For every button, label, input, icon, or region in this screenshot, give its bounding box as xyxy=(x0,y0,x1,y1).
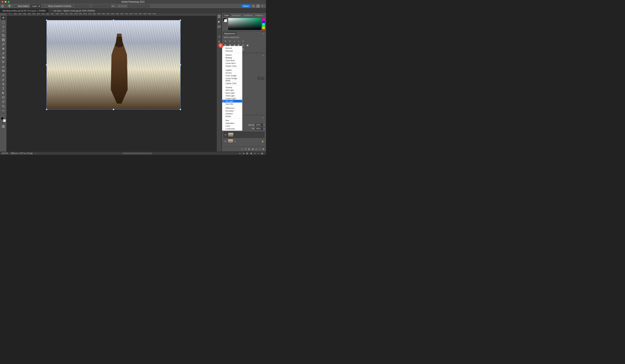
align-stack-icon[interactable] xyxy=(86,5,89,8)
more-options-icon[interactable]: ••• xyxy=(112,5,114,7)
swap-default-colors[interactable] xyxy=(1,114,5,116)
blend-mode-linear-burn[interactable]: Linear Burn xyxy=(222,62,242,64)
brightness-contrast-icon[interactable]: ☀ xyxy=(224,39,227,43)
blend-mode-subtract[interactable]: Subtract xyxy=(222,112,242,115)
pan-3d-icon[interactable] xyxy=(135,5,138,8)
zoom-3d-icon[interactable] xyxy=(143,5,146,8)
lock-icon[interactable]: 🔒 xyxy=(262,140,264,142)
layer-thumbnail[interactable] xyxy=(228,133,233,137)
visibility-icon[interactable]: 👁 xyxy=(224,140,227,142)
vibrance-icon[interactable]: ▽ xyxy=(241,39,245,43)
history-brush-tool[interactable] xyxy=(1,60,6,64)
blend-mode-darker-color[interactable]: Darker Color xyxy=(222,64,242,67)
fill-input[interactable] xyxy=(255,127,263,130)
blend-mode-dissolve[interactable]: Dissolve xyxy=(222,49,242,52)
blur-tool[interactable] xyxy=(1,73,6,77)
transform-handle-tc[interactable] xyxy=(113,20,114,21)
workspace-switcher-icon[interactable] xyxy=(256,5,259,8)
new-fill-adj-icon[interactable]: ◑ xyxy=(251,148,254,150)
clone-stamp-tool[interactable] xyxy=(1,56,6,59)
new-layer-icon[interactable]: ＋ xyxy=(258,148,261,150)
close-window-icon[interactable] xyxy=(1,1,3,3)
blend-mode-pin-light[interactable]: Pin Light xyxy=(222,100,242,103)
panel-menu-icon[interactable]: ≡ xyxy=(262,32,265,35)
lasso-tool[interactable] xyxy=(1,25,6,28)
blend-mode-dropdown[interactable]: NormalDissolveDarkenMultiplyColor BurnLi… xyxy=(222,46,242,131)
blend-mode-saturation[interactable]: Saturation xyxy=(222,122,242,124)
blend-mode-divide[interactable]: Divide xyxy=(222,115,242,118)
magic-wand-tool[interactable] xyxy=(1,29,6,33)
eyedropper-tool[interactable] xyxy=(1,42,6,46)
eraser-tool[interactable] xyxy=(1,64,6,68)
delete-layer-icon[interactable]: 🗑 xyxy=(261,152,263,155)
color-field[interactable] xyxy=(228,18,261,30)
flip-v-icon[interactable] xyxy=(261,77,264,80)
layer-mask-icon[interactable]: ◐ xyxy=(248,148,250,150)
zoom-tool[interactable] xyxy=(1,104,6,108)
dist-hcenter-icon[interactable] xyxy=(104,5,107,8)
character-panel-icon[interactable]: A| xyxy=(218,35,221,38)
blend-mode-multiply[interactable]: Multiply xyxy=(222,56,242,59)
slide-3d-icon[interactable] xyxy=(139,5,142,8)
align-right-icon[interactable] xyxy=(82,5,85,8)
layer-fx-icon[interactable]: fx xyxy=(242,152,245,155)
marquee-tool[interactable] xyxy=(1,20,6,24)
blend-mode-exclusion[interactable]: Exclusion xyxy=(222,109,242,112)
transform-handle-mr[interactable] xyxy=(180,64,181,65)
hand-tool[interactable] xyxy=(1,100,6,104)
blend-mode-color[interactable]: Color xyxy=(222,124,242,127)
auto-select-dropdown[interactable]: Layer xyxy=(30,4,41,8)
blend-mode-vivid-light[interactable]: Vivid Light xyxy=(222,94,242,97)
new-layer-icon[interactable]: ＋ xyxy=(257,152,260,155)
dist-spacing-icon[interactable] xyxy=(108,5,111,8)
blend-mode-darken[interactable]: Darken xyxy=(222,54,242,56)
tab-swatches[interactable]: Swatches xyxy=(231,14,242,17)
align-left-icon[interactable] xyxy=(75,5,78,8)
zoom-window-icon[interactable] xyxy=(8,1,10,3)
quickmask-tool[interactable] xyxy=(1,124,6,129)
dist-top-icon[interactable] xyxy=(93,5,96,8)
delete-layer-icon[interactable]: 🗑 xyxy=(262,148,264,150)
close-icon[interactable]: × xyxy=(51,10,52,12)
transform-handle-tl[interactable] xyxy=(46,20,47,21)
auto-select-checkbox[interactable] xyxy=(15,5,17,7)
move-tool[interactable] xyxy=(1,16,6,20)
camera-3d-icon[interactable] xyxy=(147,5,150,8)
dist-bottom-icon[interactable] xyxy=(100,5,103,8)
align-hcenter-icon[interactable] xyxy=(79,5,82,8)
panel-menu-icon[interactable]: ≡ xyxy=(262,116,265,119)
crop-tool[interactable] xyxy=(1,33,6,37)
transform-handle-bl[interactable] xyxy=(46,109,47,110)
curves-icon[interactable]: ✧ xyxy=(233,39,236,43)
transform-handle-tr[interactable] xyxy=(180,20,181,21)
panel-fgbg-swatch[interactable] xyxy=(223,18,227,22)
orbit-3d-icon[interactable] xyxy=(128,5,131,8)
zoom-readout[interactable]: 66.67% xyxy=(2,152,8,154)
h-scroll-track[interactable] xyxy=(38,153,236,154)
color-cursor-icon[interactable] xyxy=(229,28,230,29)
path-selection-tool[interactable] xyxy=(1,91,6,95)
blend-mode-soft-light[interactable]: Soft Light xyxy=(222,89,242,91)
pen-tool[interactable] xyxy=(1,82,6,86)
exposure-icon[interactable]: ☼ xyxy=(237,39,240,43)
comments-panel-icon[interactable] xyxy=(218,25,221,28)
search-icon[interactable] xyxy=(252,5,255,8)
gradient-tool[interactable] xyxy=(1,69,6,73)
toolbox-handle-icon[interactable]: « » xyxy=(2,14,4,16)
tab-color[interactable]: Color xyxy=(223,14,230,17)
blend-mode-hue[interactable]: Hue xyxy=(222,119,242,122)
blend-mode-lighter-color[interactable]: Lighter Color xyxy=(222,82,242,85)
tab-adjustments[interactable]: Adjustments xyxy=(223,32,236,35)
actions-panel-icon[interactable]: ▶ xyxy=(218,20,221,23)
tab-top-layer[interactable]: × top layer – lighten mode.jpg @ 100% (R… xyxy=(48,8,98,13)
blend-mode-color-dodge[interactable]: Color Dodge xyxy=(222,74,242,77)
brush-tool[interactable] xyxy=(1,51,6,55)
layer-row-selected[interactable]: 👁 xyxy=(223,132,264,138)
blend-mode-color-burn[interactable]: Color Burn xyxy=(222,59,242,62)
spot-healing-tool[interactable] xyxy=(1,47,6,51)
workspace-chevron-icon[interactable]: ▾ xyxy=(261,5,264,8)
visibility-icon[interactable]: 👁 xyxy=(224,134,227,136)
link-layers-icon[interactable]: ∞ xyxy=(241,148,244,150)
minimize-window-icon[interactable] xyxy=(5,1,6,3)
transform-handle-ml[interactable] xyxy=(46,64,47,65)
